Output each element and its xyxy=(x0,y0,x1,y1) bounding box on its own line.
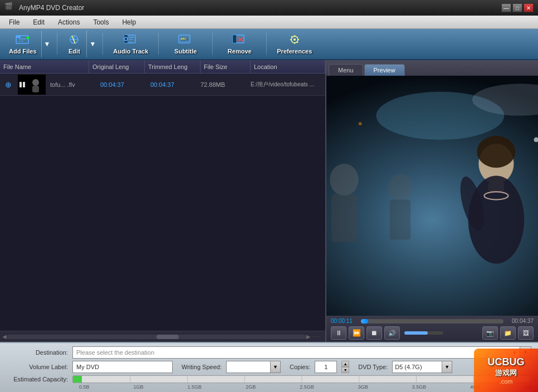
scroll-thumb[interactable] xyxy=(156,335,179,339)
horizontal-scrollbar[interactable]: ◀ ▶ ··· xyxy=(0,331,325,342)
app-logo-icon: 🎬 xyxy=(4,2,16,13)
svg-text:ABC: ABC xyxy=(180,37,187,41)
subtitle-label: Subtitle xyxy=(174,48,197,55)
scroll-left-icon[interactable]: ◀ xyxy=(2,334,7,340)
volume-icon[interactable]: 🔊 xyxy=(384,326,400,340)
watermark-line1: UCBUG xyxy=(488,356,525,368)
preview-tabs: Menu Preview xyxy=(326,60,538,76)
destination-value: Please select the destination xyxy=(76,349,154,356)
dvd-type-combo[interactable]: D5 (4.7G) xyxy=(392,361,442,373)
title-bar-left: 🎬 AnyMP4 DVD Creator xyxy=(4,2,84,13)
progress-track[interactable] xyxy=(361,319,503,324)
fast-forward-button[interactable]: ⏩ xyxy=(349,326,364,340)
add-files-button[interactable]: Add Files xyxy=(4,31,41,57)
watermark-line2: 游戏网 xyxy=(488,368,525,378)
svg-point-32 xyxy=(32,79,39,86)
edit-dropdown[interactable]: ▼ xyxy=(86,31,98,57)
svg-rect-14 xyxy=(129,39,133,40)
writing-speed-label: Writing Speed: xyxy=(182,364,222,370)
cap-tick-4: 2.5GB xyxy=(300,384,314,390)
add-files-icon xyxy=(15,33,31,47)
copies-down[interactable]: ▼ xyxy=(341,367,349,373)
row-expand-icon[interactable]: ⊕ xyxy=(0,80,17,89)
subtitle-button[interactable]: ABC Subtitle xyxy=(163,31,208,57)
file-list-panel: File Name Original Leng Trimmed Leng Fil… xyxy=(0,60,326,342)
menu-actions[interactable]: Actions xyxy=(51,17,86,27)
volume-track[interactable] xyxy=(404,331,443,335)
separator-3 xyxy=(158,33,159,55)
maximize-button[interactable]: □ xyxy=(512,3,522,12)
file-list-body: ⊕ tofu... .flv 00:04:37 00:04:37 72.8 xyxy=(0,74,325,331)
cap-tick-3: 2GB xyxy=(246,384,256,390)
controls-row: ⏸ ⏩ ⏹ 🔊 📷 📁 🖼 xyxy=(331,326,534,340)
menu-edit[interactable]: Edit xyxy=(26,17,51,27)
svg-line-29 xyxy=(291,36,292,37)
tab-menu[interactable]: Menu xyxy=(329,64,363,76)
bottom-bar: Destination: Please select the destinati… xyxy=(0,342,538,392)
tab-preview[interactable]: Preview xyxy=(364,64,405,76)
watermark: UCBUG 游戏网 .com xyxy=(474,349,538,392)
menu-file[interactable]: File xyxy=(2,17,26,27)
preferences-label: Preferences xyxy=(277,48,312,55)
capacity-row: Estimated Capacity: 0.5B 1GB 1.5GB xyxy=(7,375,531,383)
audio-track-icon xyxy=(123,33,139,47)
add-files-dropdown[interactable]: ▼ xyxy=(41,31,53,57)
cap-tick-2: 1.5GB xyxy=(188,384,202,390)
scroll-right-icon[interactable]: ▶ xyxy=(306,334,311,340)
copies-value: 1 xyxy=(324,364,327,370)
edit-button[interactable]: Edit xyxy=(62,31,86,57)
destination-combo-wrapper: Please select the destination ▼ ▼ xyxy=(72,346,531,359)
volume-fill xyxy=(404,331,428,335)
scroll-dots: ··· xyxy=(311,334,323,340)
close-button[interactable]: ✕ xyxy=(524,3,534,12)
add-files-label: Add Files xyxy=(9,48,37,55)
app-title: AnyMP4 DVD Creator xyxy=(19,4,84,12)
file-thumbnail xyxy=(18,75,46,95)
remove-button[interactable]: Remove xyxy=(217,31,262,57)
dvd-type-dropdown[interactable]: ▼ xyxy=(442,361,452,373)
svg-point-46 xyxy=(330,164,359,195)
svg-rect-49 xyxy=(390,200,410,240)
col-header-location: Location xyxy=(251,60,325,73)
copies-input[interactable]: 1 xyxy=(315,361,337,373)
gallery-button[interactable]: 🖼 xyxy=(518,326,534,340)
scroll-track[interactable] xyxy=(7,335,306,339)
menu-help[interactable]: Help xyxy=(115,17,143,27)
writing-speed-combo[interactable] xyxy=(226,361,271,373)
svg-rect-11 xyxy=(124,35,128,43)
writing-speed-dropdown[interactable]: ▼ xyxy=(271,361,281,373)
open-folder-button[interactable]: 📁 xyxy=(500,326,516,340)
svg-rect-35 xyxy=(23,82,25,87)
writing-speed-wrapper: ▼ xyxy=(226,361,281,373)
minimize-button[interactable]: — xyxy=(501,3,511,12)
destination-combo[interactable]: Please select the destination ▼ xyxy=(72,346,520,359)
destination-row: Destination: Please select the destinati… xyxy=(7,346,531,359)
audio-track-button[interactable]: Audio Track xyxy=(107,31,154,57)
edit-icon xyxy=(66,33,82,47)
preferences-button[interactable]: Preferences xyxy=(271,31,317,57)
table-row[interactable]: ⊕ tofu... .flv 00:04:37 00:04:37 72.8 xyxy=(0,74,325,96)
svg-rect-20 xyxy=(233,35,236,43)
end-time: 00:04:37 xyxy=(507,318,534,324)
preview-panel: Menu Preview xyxy=(326,60,538,342)
video-frame xyxy=(326,76,538,316)
add-files-group: Add Files ▼ xyxy=(4,31,52,57)
menu-tools[interactable]: Tools xyxy=(86,17,115,27)
capacity-bar-wrapper xyxy=(72,375,531,383)
volume-input[interactable]: My DVD xyxy=(72,361,173,373)
subtitle-icon: ABC xyxy=(178,33,193,47)
snapshot-button[interactable]: 📷 xyxy=(482,326,498,340)
pause-button[interactable]: ⏸ xyxy=(331,326,346,340)
content-area: File Name Original Leng Trimmed Leng Fil… xyxy=(0,60,538,342)
edit-group: Edit ▼ xyxy=(62,31,98,57)
title-bar: 🎬 AnyMP4 DVD Creator — □ ✕ xyxy=(0,0,538,16)
window-controls: — □ ✕ xyxy=(501,3,534,12)
col-header-size: File Size xyxy=(200,60,251,73)
copies-up[interactable]: ▲ xyxy=(341,361,349,367)
svg-rect-15 xyxy=(129,41,132,42)
destination-label: Destination: xyxy=(7,349,68,356)
separator-1 xyxy=(57,33,57,55)
capacity-bar xyxy=(72,375,531,383)
file-size-cell: 72.88MB xyxy=(197,81,247,88)
stop-button[interactable]: ⏹ xyxy=(366,326,382,340)
